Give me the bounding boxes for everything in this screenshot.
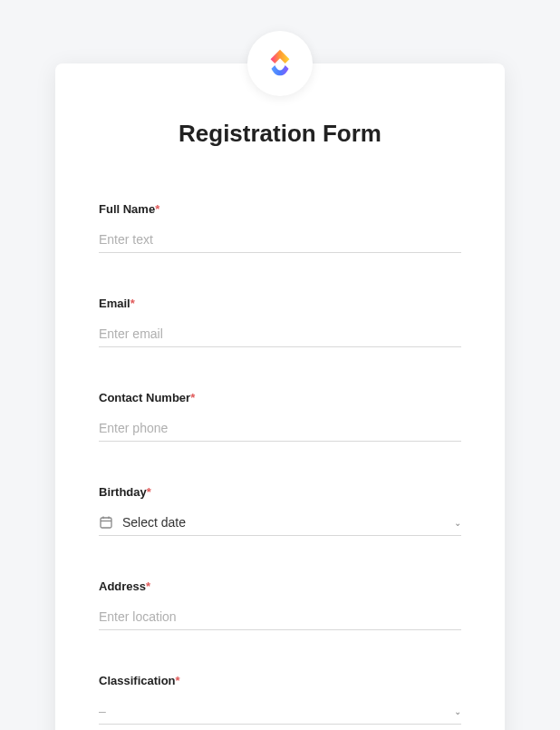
classification-select[interactable]: – ⌄ — [99, 698, 461, 725]
contact-number-label: Contact Number* — [99, 391, 461, 404]
form-card: Registration Form Full Name* Email* Cont… — [55, 63, 505, 730]
required-mark: * — [146, 579, 150, 593]
address-label: Address* — [99, 579, 461, 593]
full-name-input[interactable] — [99, 227, 461, 253]
clickup-logo-icon — [263, 46, 297, 81]
field-contact-number: Contact Number* — [99, 391, 461, 442]
calendar-icon — [99, 515, 113, 530]
email-label-text: Email — [99, 297, 130, 310]
chevron-down-icon: ⌄ — [454, 706, 461, 716]
required-mark: * — [155, 202, 159, 216]
field-full-name: Full Name* — [99, 202, 461, 253]
classification-select-text: – — [99, 704, 454, 718]
required-mark: * — [147, 485, 151, 499]
required-mark: * — [190, 391, 195, 404]
birthday-label-text: Birthday — [99, 485, 147, 499]
chevron-down-icon: ⌄ — [454, 518, 461, 528]
classification-label: Classification* — [99, 674, 461, 687]
email-label: Email* — [99, 297, 461, 310]
contact-number-label-text: Contact Number — [99, 391, 190, 404]
address-input[interactable] — [99, 604, 461, 630]
full-name-label-text: Full Name — [99, 202, 155, 216]
svg-rect-0 — [101, 518, 111, 528]
contact-number-input[interactable] — [99, 415, 461, 442]
birthday-label: Birthday* — [99, 485, 461, 499]
logo-container — [247, 31, 313, 96]
email-input[interactable] — [99, 321, 461, 347]
birthday-date-picker[interactable]: Select date ⌄ — [99, 510, 461, 536]
address-label-text: Address — [99, 579, 146, 593]
field-classification: Classification* – ⌄ — [99, 674, 461, 725]
required-mark: * — [176, 674, 180, 687]
field-birthday: Birthday* Select date ⌄ — [99, 485, 461, 536]
classification-label-text: Classification — [99, 674, 176, 687]
full-name-label: Full Name* — [99, 202, 461, 216]
field-address: Address* — [99, 579, 461, 630]
form-title: Registration Form — [99, 120, 461, 148]
required-mark: * — [130, 297, 135, 310]
field-email: Email* — [99, 297, 461, 347]
birthday-date-text: Select date — [122, 515, 454, 530]
